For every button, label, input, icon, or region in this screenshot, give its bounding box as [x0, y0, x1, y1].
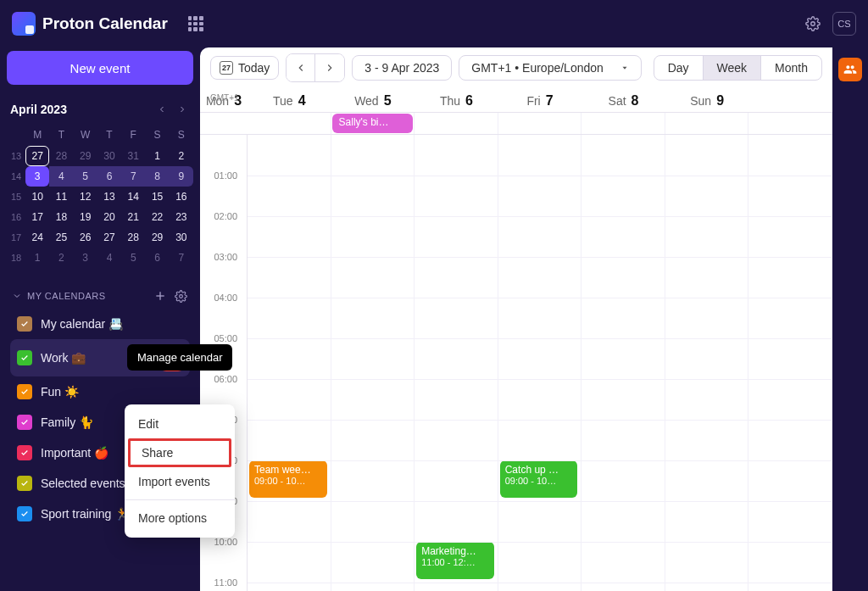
allday-cell[interactable]: [665, 113, 749, 134]
mini-day[interactable]: 6: [97, 166, 121, 187]
mini-day[interactable]: 22: [145, 207, 169, 227]
allday-cell[interactable]: Sally's bi…: [331, 113, 415, 134]
mini-day[interactable]: 6: [145, 248, 169, 268]
view-day[interactable]: Day: [654, 56, 703, 80]
mini-day[interactable]: 18: [49, 207, 73, 227]
allday-row[interactable]: Sally's bi…: [200, 113, 832, 135]
mini-day[interactable]: 11: [49, 187, 73, 207]
ctx-edit[interactable]: Edit: [125, 410, 235, 438]
mini-day[interactable]: 14: [121, 187, 145, 207]
day-column[interactable]: Team wee…09:00 - 10…: [248, 135, 331, 591]
day-header[interactable]: Wed5: [331, 93, 415, 109]
allday-cell[interactable]: [581, 113, 665, 134]
today-button[interactable]: 27 Today: [210, 56, 279, 80]
allday-cell[interactable]: [415, 113, 498, 134]
view-month[interactable]: Month: [760, 56, 821, 80]
mini-calendar-title[interactable]: April 2023: [10, 103, 154, 116]
mini-day[interactable]: 3: [74, 248, 97, 268]
gear-icon[interactable]: [805, 16, 821, 31]
mini-day[interactable]: 4: [97, 248, 121, 268]
mini-day[interactable]: 10: [25, 187, 49, 207]
allday-event[interactable]: Sally's bi…: [332, 114, 414, 133]
mini-day[interactable]: 30: [170, 227, 193, 248]
calendar-checkbox[interactable]: [17, 384, 32, 399]
mini-day[interactable]: 5: [74, 166, 97, 187]
mini-day[interactable]: 27: [25, 146, 49, 166]
mini-day[interactable]: 15: [145, 187, 169, 207]
mini-day[interactable]: 24: [25, 227, 49, 248]
calendar-checkbox[interactable]: [17, 415, 32, 430]
calendar-event[interactable]: Team wee…09:00 - 10…: [249, 460, 327, 498]
calendar-checkbox[interactable]: [17, 350, 32, 365]
mini-day[interactable]: 23: [170, 207, 193, 227]
calendar-grid[interactable]: GMT+1 Mon3Tue4Wed5Thu6Fri7Sat8Sun9 Sally…: [200, 88, 832, 591]
allday-cell[interactable]: [248, 113, 331, 134]
mini-day[interactable]: 17: [25, 207, 49, 227]
day-column[interactable]: [665, 135, 749, 591]
mini-day[interactable]: 5: [121, 248, 145, 268]
ctx-more[interactable]: More options: [125, 504, 235, 532]
next-week-button[interactable]: [315, 54, 344, 81]
allday-cell[interactable]: [748, 113, 832, 134]
mini-day[interactable]: 27: [97, 227, 121, 248]
mini-day[interactable]: 28: [49, 146, 73, 166]
mini-day[interactable]: 2: [49, 248, 73, 268]
day-header[interactable]: Sat8: [581, 93, 665, 109]
apps-grid-icon[interactable]: [188, 16, 203, 31]
mini-day[interactable]: 25: [49, 227, 73, 248]
calendars-settings-button[interactable]: [173, 288, 188, 304]
calendar-item[interactable]: Fun ☀️: [10, 376, 190, 407]
time-grid[interactable]: 01:0002:0003:0004:0005:0006:0007:0008:00…: [200, 135, 832, 591]
mini-day[interactable]: 4: [49, 166, 73, 187]
calendar-item[interactable]: My calendar 📇: [10, 309, 190, 339]
avatar[interactable]: CS: [832, 12, 856, 36]
prev-week-button[interactable]: [287, 54, 315, 81]
day-column[interactable]: Catch up …09:00 - 10…: [498, 135, 582, 591]
day-column[interactable]: Marketing…11:00 - 12:…: [415, 135, 498, 591]
mini-prev-button[interactable]: [154, 102, 170, 117]
calendar-checkbox[interactable]: [17, 476, 32, 491]
calendar-checkbox[interactable]: [17, 316, 32, 332]
mini-day[interactable]: 8: [145, 166, 169, 187]
add-calendar-button[interactable]: [153, 288, 168, 304]
ctx-import[interactable]: Import events: [125, 467, 235, 496]
new-event-button[interactable]: New event: [7, 51, 193, 85]
mini-day[interactable]: 7: [170, 248, 193, 268]
mini-day[interactable]: 19: [74, 207, 97, 227]
mini-day[interactable]: 7: [121, 166, 145, 187]
mini-day[interactable]: 26: [74, 227, 97, 248]
day-header[interactable]: Tue4: [248, 93, 331, 109]
mini-day[interactable]: 21: [121, 207, 145, 227]
contacts-icon[interactable]: [838, 58, 862, 81]
mini-day[interactable]: 29: [145, 227, 169, 248]
mini-day[interactable]: 3: [25, 166, 49, 187]
mini-day[interactable]: 20: [97, 207, 121, 227]
mini-day[interactable]: 12: [74, 187, 97, 207]
day-header[interactable]: Fri7: [498, 93, 582, 109]
calendar-checkbox[interactable]: [17, 506, 32, 521]
mini-day[interactable]: 9: [170, 166, 193, 187]
mini-day[interactable]: 1: [145, 146, 169, 166]
mini-day[interactable]: 31: [121, 146, 145, 166]
day-column[interactable]: [748, 135, 832, 591]
mini-day[interactable]: 16: [170, 187, 193, 207]
mini-day[interactable]: 28: [121, 227, 145, 248]
calendar-event[interactable]: Catch up …09:00 - 10…: [500, 460, 578, 498]
logo[interactable]: Proton Calendar: [12, 12, 168, 36]
mini-day[interactable]: 29: [74, 146, 97, 166]
my-calendars-header[interactable]: MY CALENDARS: [10, 283, 190, 309]
day-column[interactable]: [331, 135, 415, 591]
mini-day[interactable]: 13: [97, 187, 121, 207]
day-column[interactable]: [581, 135, 665, 591]
ctx-share[interactable]: Share: [128, 438, 231, 467]
date-range[interactable]: 3 - 9 Apr 2023: [352, 55, 452, 81]
allday-cell[interactable]: [498, 113, 582, 134]
mini-day[interactable]: 1: [25, 248, 49, 268]
mini-next-button[interactable]: [175, 102, 190, 117]
day-header[interactable]: Thu6: [415, 93, 498, 109]
day-header[interactable]: Sun9: [665, 93, 749, 109]
calendar-checkbox[interactable]: [17, 445, 32, 460]
mini-day[interactable]: 2: [170, 146, 193, 166]
timezone-select[interactable]: GMT+1 • Europe/London: [459, 55, 642, 81]
mini-calendar[interactable]: MTWTFSS132728293031121434567891510111213…: [7, 122, 193, 268]
